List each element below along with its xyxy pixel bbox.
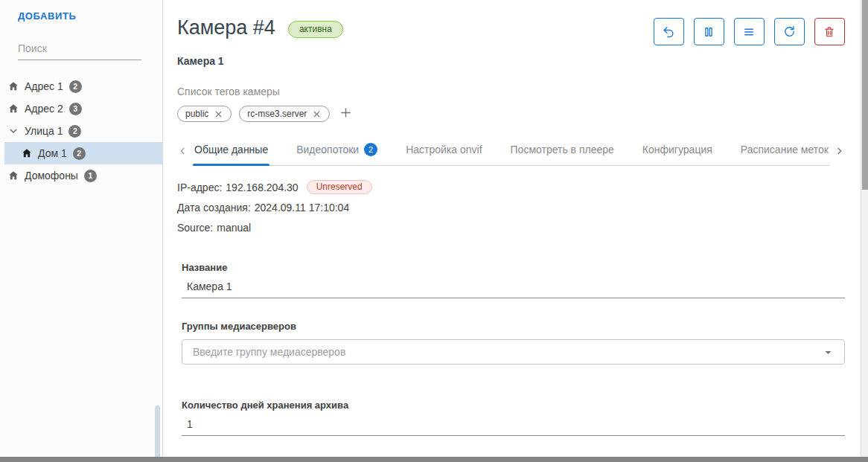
archive-days-input[interactable] bbox=[182, 414, 845, 435]
tags-row: publicrc-mse3.server bbox=[177, 104, 845, 123]
tabs-scroll-left-button[interactable] bbox=[177, 138, 192, 166]
chevron-right-icon bbox=[833, 145, 845, 159]
home-icon bbox=[7, 103, 25, 115]
created-value: 2024.09.11 17:10:04 bbox=[255, 202, 349, 214]
refresh-icon bbox=[782, 25, 797, 39]
search-input[interactable] bbox=[18, 39, 141, 60]
tree-item-label: Адрес 2 bbox=[25, 103, 63, 115]
refresh-button[interactable] bbox=[774, 18, 805, 45]
tree-item-дом-1[interactable]: Дом 12 bbox=[4, 142, 162, 164]
count-badge: 2 bbox=[73, 147, 86, 160]
tree-item-label: Дом 1 bbox=[38, 147, 67, 159]
count-badge: 2 bbox=[68, 125, 81, 138]
tab-count-badge: 2 bbox=[364, 143, 377, 156]
tags-label: Список тегов камеры bbox=[177, 86, 845, 97]
trash-icon bbox=[823, 25, 836, 39]
tab-label: Настройка onvif bbox=[406, 144, 482, 155]
media-groups-field: Группы медиасерверов bbox=[182, 321, 845, 365]
tab-общие-данные[interactable]: Общие данные bbox=[193, 138, 269, 165]
archive-days-field: Количество дней хранения архива bbox=[182, 400, 845, 436]
created-row: Дата создания: 2024.09.11 17:10:04 bbox=[177, 197, 845, 217]
tag-chip-public: public bbox=[177, 106, 232, 122]
tab-настройка-onvif[interactable]: Настройка onvif bbox=[404, 138, 483, 165]
tabs: Общие данныеВидеопотоки2Настройка onvifП… bbox=[192, 138, 830, 166]
ip-row: IP-адрес: 192.168.204.30 Unreserved bbox=[177, 177, 845, 197]
source-row: Source: manual bbox=[177, 217, 845, 237]
header: Камера #4 активна bbox=[177, 10, 845, 45]
count-badge: 2 bbox=[69, 80, 82, 93]
tag-chip-rc-mse3.server: rc-mse3.server bbox=[239, 106, 330, 122]
tag-label: public bbox=[185, 109, 208, 119]
add-tag-button[interactable] bbox=[337, 104, 354, 123]
dropdown-arrow-icon[interactable] bbox=[821, 345, 835, 359]
pause-button[interactable] bbox=[694, 18, 724, 45]
count-badge: 3 bbox=[69, 103, 82, 115]
camera-info: IP-адрес: 192.168.204.30 Unreserved Дата… bbox=[177, 177, 845, 237]
media-groups-select[interactable] bbox=[182, 339, 845, 365]
header-actions bbox=[654, 18, 845, 45]
tree-item-label: Домофоны bbox=[25, 170, 78, 182]
chevron-left-icon bbox=[177, 145, 189, 159]
tree-item-label: Улица 1 bbox=[25, 125, 63, 137]
media-groups-label: Группы медиасерверов bbox=[182, 321, 845, 332]
camera-form: Название Группы медиасерверов Количество… bbox=[177, 262, 845, 462]
tab-label: Видеопотоки bbox=[296, 144, 359, 155]
tab-посмотреть-в-плеере[interactable]: Посмотреть в плеере bbox=[509, 138, 616, 165]
tree-item-адрес-2[interactable]: Адрес 23 bbox=[0, 97, 162, 120]
source-value: manual bbox=[217, 222, 251, 234]
tag-label: rc-mse3.server bbox=[247, 109, 307, 119]
ip-value: 192.168.204.30 bbox=[226, 182, 298, 193]
created-label: Дата создания: bbox=[177, 202, 251, 214]
tab-label: Конфигурация bbox=[642, 144, 712, 155]
status-badge: активна bbox=[288, 21, 343, 38]
close-icon[interactable] bbox=[312, 109, 322, 119]
tabs-row: Общие данныеВидеопотоки2Настройка onvifП… bbox=[177, 138, 845, 166]
tree-item-улица-1[interactable]: Улица 12 bbox=[0, 120, 162, 142]
tab-расписание-меток[interactable]: Расписание меток bbox=[739, 138, 830, 165]
undo-icon bbox=[661, 25, 676, 39]
unreserved-badge: Unreserved bbox=[307, 180, 372, 194]
app-window: ДОБАВИТЬ Адрес 12Адрес 23Улица 12Дом 12Д… bbox=[0, 0, 868, 457]
bottom-bar bbox=[0, 457, 868, 462]
tree-item-домофоны[interactable]: Домофоны1 bbox=[0, 164, 162, 187]
close-icon[interactable] bbox=[214, 109, 223, 119]
undo-button[interactable] bbox=[654, 18, 684, 45]
camera-subtitle: Камера 1 bbox=[177, 55, 845, 67]
delete-button[interactable] bbox=[814, 18, 845, 45]
media-groups-input[interactable] bbox=[193, 346, 821, 358]
page-scrollbar-thumb[interactable] bbox=[862, 0, 868, 190]
tab-label: Расписание меток bbox=[741, 144, 829, 155]
count-badge: 1 bbox=[84, 170, 97, 182]
ip-label: IP-адрес: bbox=[177, 182, 222, 193]
list-icon bbox=[742, 25, 756, 39]
add-button[interactable]: ДОБАВИТЬ bbox=[18, 10, 76, 22]
sidebar: ДОБАВИТЬ Адрес 12Адрес 23Улица 12Дом 12Д… bbox=[0, 0, 163, 457]
search-field bbox=[18, 39, 141, 60]
name-input[interactable] bbox=[182, 276, 845, 298]
tab-конфигурация[interactable]: Конфигурация bbox=[641, 138, 714, 165]
name-field: Название bbox=[182, 262, 845, 298]
list-button[interactable] bbox=[734, 18, 765, 45]
plus-icon bbox=[339, 106, 353, 122]
home-icon bbox=[7, 170, 25, 182]
source-label: Source: bbox=[177, 222, 213, 234]
chevron-down-icon bbox=[7, 125, 25, 137]
archive-days-label: Количество дней хранения архива bbox=[182, 400, 845, 411]
tab-label: Посмотреть в плеере bbox=[511, 144, 614, 155]
tab-видеопотоки[interactable]: Видеопотоки2 bbox=[295, 138, 379, 165]
pause-icon bbox=[702, 25, 715, 39]
page-title: Камера #4 bbox=[177, 16, 275, 39]
sidebar-tree: Адрес 12Адрес 23Улица 12Дом 12Домофоны1 bbox=[0, 75, 162, 187]
name-label: Название bbox=[182, 262, 845, 273]
home-icon bbox=[21, 147, 38, 159]
tree-item-адрес-1[interactable]: Адрес 12 bbox=[0, 75, 162, 97]
tab-label: Общие данные bbox=[194, 144, 268, 155]
tree-item-label: Адрес 1 bbox=[25, 80, 63, 92]
main-panel: Камера #4 активна Камера 1 Список тегов … bbox=[163, 0, 868, 457]
tabs-scroll-right-button[interactable] bbox=[830, 138, 845, 166]
home-icon bbox=[7, 80, 25, 92]
page-scrollbar[interactable] bbox=[861, 0, 868, 457]
sidebar-scrollbar-thumb[interactable] bbox=[155, 405, 160, 457]
